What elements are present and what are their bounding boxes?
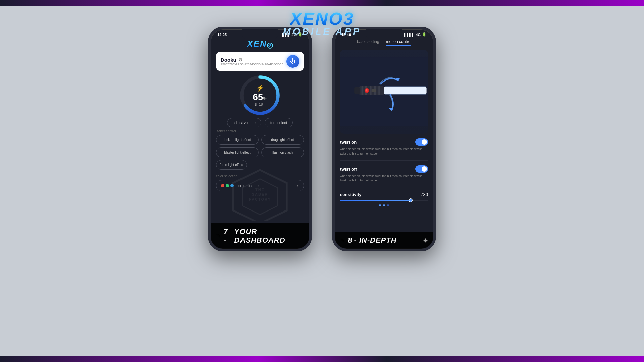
color-palette-row[interactable]: color palette → — [216, 180, 304, 191]
phone1-content: XENO Dooku ⚙ 956E578C-9AB3-1284-ECBE-942… — [211, 39, 309, 191]
color-dots — [221, 184, 234, 187]
sensitivity-slider-track[interactable] — [340, 200, 428, 201]
saber-control-label: saber control — [217, 129, 304, 133]
saber-svg — [340, 50, 428, 134]
phone-dashboard: 14:25 ▌▌▌ 4G 🔋 XENO Dooku ⚙ — [208, 27, 312, 251]
red-dot — [221, 184, 224, 187]
twist-off-toggle[interactable] — [415, 165, 428, 173]
twist-on-label: twist on — [340, 140, 357, 145]
battery-percent: 65 — [253, 92, 263, 102]
top-bar — [0, 0, 644, 6]
caption-text-2: IN-DEPTH — [359, 236, 397, 245]
phone2-content: basic setting motion control — [335, 39, 433, 206]
battery-percent-display: 65% — [253, 92, 267, 103]
svg-rect-14 — [354, 87, 360, 94]
sensitivity-value: 780 — [421, 192, 428, 197]
blue-dot — [230, 184, 234, 187]
saber-image-area — [340, 50, 428, 134]
dot-3 — [387, 204, 389, 206]
twist-on-header: twist on — [340, 138, 428, 146]
sensitivity-row: sensitivity 780 — [340, 192, 428, 197]
twist-on-desc: when saber off, clockwise twist the hilt… — [340, 147, 428, 156]
battery-time: 1h 18m — [253, 103, 267, 106]
tab-motion-control[interactable]: motion control — [386, 39, 411, 46]
main-buttons-row: adjust volume font select — [216, 118, 304, 127]
signal-bars-2: ▌▌▌▌ — [404, 33, 414, 37]
bottom-bar — [0, 356, 644, 362]
arrow-right-icon[interactable]: → — [294, 183, 299, 188]
toggle-dot-2 — [422, 166, 427, 172]
caption-bar-1: ✎ 7 - YOUR DASHBOARD — [211, 223, 309, 249]
twist-on-setting: twist on when saber off, clockwise twist… — [340, 138, 428, 161]
tab-row: basic setting motion control — [340, 39, 428, 46]
svg-rect-18 — [372, 89, 376, 92]
svg-point-16 — [365, 89, 368, 92]
svg-rect-11 — [370, 86, 372, 95]
toggle-dot — [422, 139, 427, 145]
controls-grid: lock up light effect drag light effect b… — [216, 135, 304, 157]
slider-fill — [340, 200, 411, 201]
blaster-light-effect-button[interactable]: blaster light effect — [216, 147, 259, 157]
caption-icon-right: ⊕ — [423, 237, 428, 244]
font-select-button[interactable]: font select — [265, 118, 293, 127]
power-button[interactable]: ⏻ — [286, 55, 299, 68]
flash-on-clash-button[interactable]: flash on clash — [261, 147, 304, 157]
battery-icon-2: 🔋 — [422, 32, 427, 37]
color-selection-label: color selection — [216, 174, 304, 178]
color-selection: color selection color palette → — [216, 174, 304, 191]
dot-2 — [383, 204, 385, 206]
battery-unit: % — [263, 96, 267, 101]
battery-container: ⚡ 65% 1h 18m — [216, 75, 304, 115]
caption-text-1: YOUR DASHBOARD — [234, 227, 304, 245]
drag-light-effect-button[interactable]: drag light effect — [261, 135, 304, 145]
signal-type-2: 4G — [416, 33, 421, 37]
slider-dot[interactable] — [409, 198, 413, 202]
status-right-2: ▌▌▌▌ 4G 🔋 — [404, 32, 427, 37]
caption-number-1: 7 - — [224, 227, 232, 245]
device-id: 956E578C-9AB3-1284-ECBE-9428AF08CECE — [221, 63, 284, 66]
force-light-effect-button[interactable]: force light effect — [216, 160, 247, 170]
twist-off-label: twist off — [340, 167, 357, 172]
sensitivity-label: sensitivity — [340, 192, 362, 197]
battery-circle: ⚡ 65% 1h 18m — [240, 75, 280, 115]
time-1: 14:25 — [217, 33, 227, 37]
svg-rect-9 — [362, 86, 364, 95]
device-card[interactable]: Dooku ⚙ 956E578C-9AB3-1284-ECBE-9428AF08… — [216, 52, 304, 71]
twist-off-desc: when saber on, clockwise twist the hilt … — [340, 174, 428, 182]
phone-motion-control: 15:40 ▌▌▌▌ 4G 🔋 basic setting motion con… — [332, 27, 436, 251]
caption-bar-2: ✎ 8 - IN-DEPTH ⊕ — [335, 232, 433, 249]
twist-on-toggle[interactable] — [415, 138, 428, 146]
phone-notch — [241, 29, 278, 39]
dots-indicator — [340, 204, 428, 206]
caption-icon-2: ✎ — [340, 237, 345, 244]
dot-1 — [379, 204, 381, 206]
device-name: Dooku — [221, 57, 236, 63]
battery-bolt-icon: ⚡ — [253, 84, 267, 92]
green-dot — [226, 184, 229, 187]
xeno-logo-small: XENO — [216, 39, 304, 49]
app-title: XENO3 — [290, 10, 354, 27]
svg-rect-7 — [384, 86, 426, 95]
color-palette-label: color palette — [238, 184, 259, 188]
svg-rect-13 — [378, 86, 380, 95]
twist-off-header: twist off — [340, 165, 428, 173]
tab-basic-setting[interactable]: basic setting — [357, 39, 379, 46]
gear-icon[interactable]: ⚙ — [238, 57, 243, 62]
svg-point-17 — [366, 89, 367, 91]
lock-up-light-effect-button[interactable]: lock up light effect — [216, 135, 259, 145]
battery-center: ⚡ 65% 1h 18m — [253, 84, 267, 106]
adjust-volume-button[interactable]: adjust volume — [227, 118, 261, 127]
phone-notch-2 — [366, 29, 402, 39]
twist-off-setting: twist off when saber on, clockwise twist… — [340, 165, 428, 187]
phones-area: 14:25 ▌▌▌ 4G 🔋 XENO Dooku ⚙ — [208, 27, 436, 251]
logo-area: XENO3 MOBILE APP — [283, 10, 361, 37]
caption-icon-1: ✎ — [216, 232, 221, 240]
device-info: Dooku ⚙ 956E578C-9AB3-1284-ECBE-9428AF08… — [221, 57, 284, 66]
caption-number-2: 8 - — [348, 236, 357, 245]
sensitivity-section: sensitivity 780 — [340, 192, 428, 201]
